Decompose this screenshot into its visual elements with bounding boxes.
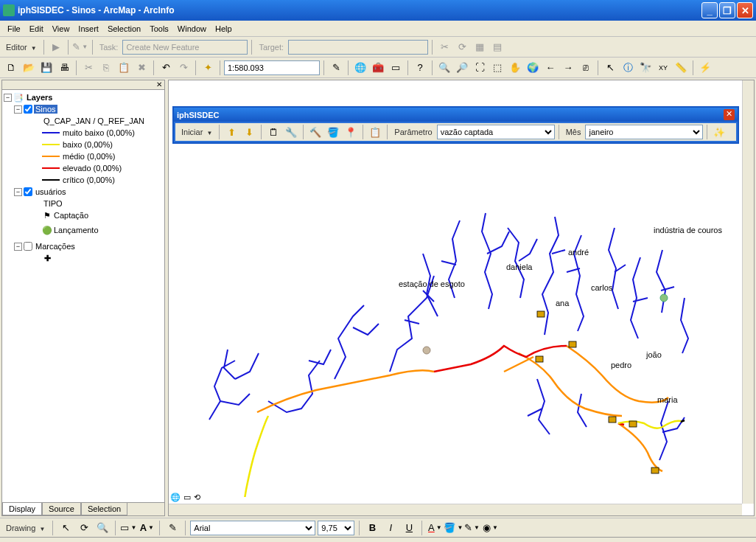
font-select[interactable]: Arial <box>190 521 315 535</box>
hammer-icon[interactable]: 🔨 <box>307 124 323 140</box>
close-button[interactable]: ✕ <box>737 2 753 18</box>
menu-selection[interactable]: Selection <box>103 23 145 35</box>
mes-select[interactable]: janeiro <box>585 125 703 139</box>
italic-icon[interactable]: I <box>382 520 399 536</box>
menu-insert[interactable]: Insert <box>74 23 103 35</box>
vertical-scrollbar[interactable] <box>742 80 754 504</box>
legend-swatch <box>42 179 60 181</box>
down-arrow-icon[interactable]: ⬇ <box>241 124 257 140</box>
new-icon[interactable]: 🗋 <box>3 60 19 76</box>
zoom-out-icon[interactable]: 🔎 <box>454 60 470 76</box>
legend-label: médio (0,00%) <box>63 152 116 161</box>
tab-source[interactable]: Source <box>42 503 81 515</box>
horizontal-scrollbar[interactable] <box>169 504 742 515</box>
up-arrow-icon[interactable]: ⬆ <box>223 124 239 140</box>
xy-icon[interactable]: XY <box>655 60 671 76</box>
maximize-button[interactable]: ❐ <box>719 2 735 18</box>
scale-input[interactable] <box>224 60 320 75</box>
layer-marcacoes-checkbox[interactable] <box>24 242 32 251</box>
zoom-in-icon[interactable]: 🔍 <box>436 60 452 76</box>
help-pointer-icon[interactable]: ? <box>412 60 428 76</box>
forward-extent-icon[interactable]: → <box>560 60 576 76</box>
panel-close-button[interactable]: ✕ <box>724 109 735 120</box>
toc-close-button[interactable]: ✕ <box>2 80 164 90</box>
tab-selection[interactable]: Selection <box>81 503 127 515</box>
arctoolbox-icon[interactable]: 🧰 <box>370 60 386 76</box>
paint-icon[interactable]: 🪣 <box>325 124 341 140</box>
layer-marcacoes[interactable]: Marcações <box>34 242 77 251</box>
full-extent-icon[interactable]: ⬚ <box>489 60 505 76</box>
layer-sinos[interactable]: Sinos <box>34 105 57 114</box>
tree-collapse-icon[interactable]: − <box>14 188 22 196</box>
menu-help[interactable]: Help <box>211 23 237 35</box>
layer-usuarios[interactable]: usuários <box>34 187 68 196</box>
rotate-element-icon[interactable]: ⟳ <box>76 520 92 536</box>
pin-icon[interactable]: 📍 <box>343 124 359 140</box>
bolt-icon[interactable]: ⚡ <box>697 60 713 76</box>
toc-panel: ✕ − 📑 Layers − Sinos Q_CAP_JAN / Q_REF_J… <box>1 80 165 516</box>
tree-collapse-icon[interactable]: − <box>4 94 12 102</box>
find-icon[interactable]: 🔭 <box>637 60 654 76</box>
fixed-zoom-in-icon[interactable]: ⛶ <box>472 60 488 76</box>
arccatalog-icon[interactable]: 🌐 <box>352 60 368 76</box>
label-ana: ana <box>556 299 569 308</box>
parametro-label: Parâmetro <box>391 128 435 136</box>
paste-icon[interactable]: 📋 <box>116 60 132 76</box>
tab-display[interactable]: Display <box>2 503 42 515</box>
menu-window[interactable]: Window <box>173 23 211 35</box>
label-industria: indústria de couros <box>654 226 722 234</box>
goto-xy-icon[interactable]: ⎚ <box>578 60 594 76</box>
print-icon[interactable]: 🖶 <box>56 60 72 76</box>
label-andre: andré <box>568 248 589 257</box>
menu-tools[interactable]: Tools <box>145 23 173 35</box>
svg-rect-0 <box>537 311 545 317</box>
clipboard-icon[interactable]: 📋 <box>367 124 383 140</box>
underline-icon[interactable]: U <box>401 520 417 536</box>
marker-color-icon[interactable]: ◉▼ <box>482 520 498 536</box>
map-view[interactable]: 🌐 ▭ ⟲ iphSISDEC ✕ Iniciar ▼ ⬆ ⬇ 🗒 🔧 🔨 🪣 <box>168 80 755 516</box>
parametro-select[interactable]: vazão captada <box>437 125 555 139</box>
zoom-draw-icon[interactable]: 🔍 <box>94 520 111 536</box>
lancamento-label: Lançamento <box>54 226 99 234</box>
properties-icon[interactable]: 🔧 <box>283 124 299 140</box>
menu-view[interactable]: View <box>48 23 74 35</box>
drawing-dropdown[interactable]: Drawing ▼ <box>3 524 48 532</box>
save-icon[interactable]: 💾 <box>38 60 55 76</box>
layers-root[interactable]: Layers <box>25 93 54 102</box>
cut-shape-icon: ✂ <box>436 39 452 55</box>
editor-dropdown[interactable]: Editor ▼ <box>3 43 40 52</box>
table-of-contents[interactable]: − 📑 Layers − Sinos Q_CAP_JAN / Q_REF_JAN… <box>2 90 164 502</box>
menu-edit[interactable]: Edit <box>25 23 48 35</box>
select-arrow-icon[interactable]: ↖ <box>57 520 74 536</box>
identify-icon[interactable]: ⓘ <box>620 60 636 76</box>
undo-icon[interactable]: ↶ <box>158 60 174 76</box>
select-element-icon[interactable]: ↖ <box>602 60 618 76</box>
text-icon[interactable]: A▼ <box>139 520 155 536</box>
back-extent-icon[interactable]: ← <box>542 60 559 76</box>
tree-collapse-icon[interactable]: − <box>14 243 22 251</box>
layer-usuarios-checkbox[interactable] <box>24 187 32 196</box>
measure-icon[interactable]: 📏 <box>673 60 689 76</box>
notes-icon[interactable]: 🗒 <box>265 124 281 140</box>
cmd-icon[interactable]: ▭ <box>388 60 404 76</box>
font-color-icon[interactable]: A▼ <box>427 520 443 536</box>
menu-file[interactable]: File <box>3 23 25 35</box>
edit-vertices-icon[interactable]: ✎ <box>164 520 181 536</box>
open-icon[interactable]: 📂 <box>21 60 37 76</box>
fill-color-icon[interactable]: 🪣▼ <box>445 520 461 536</box>
legend-swatch <box>42 144 60 145</box>
layer-sinos-checkbox[interactable] <box>24 105 32 114</box>
line-color-icon[interactable]: ✎▼ <box>463 520 480 536</box>
bold-icon[interactable]: B <box>364 520 380 536</box>
minimize-button[interactable]: _ <box>701 2 718 18</box>
font-size-select[interactable]: 9,75 <box>318 521 354 535</box>
iniciar-dropdown[interactable]: Iniciar ▼ <box>178 128 215 136</box>
editor-launch-icon[interactable]: ✎ <box>328 60 344 76</box>
add-data-icon[interactable]: ✦ <box>200 60 216 76</box>
tree-collapse-icon[interactable]: − <box>14 105 22 114</box>
globe-icon[interactable]: 🌍 <box>525 60 541 76</box>
wand-icon[interactable]: ✨ <box>711 124 727 140</box>
rectangle-icon[interactable]: ▭▼ <box>120 520 136 536</box>
pan-icon[interactable]: ✋ <box>507 60 523 76</box>
tipo-label: TIPO <box>42 199 64 208</box>
